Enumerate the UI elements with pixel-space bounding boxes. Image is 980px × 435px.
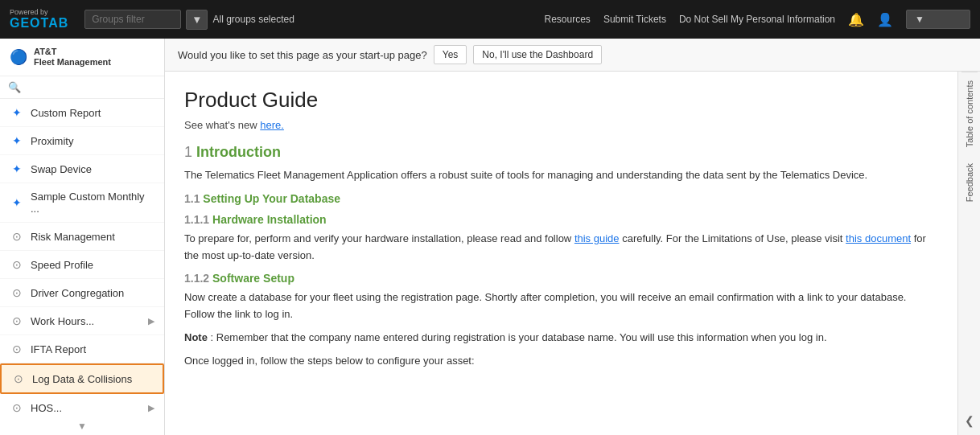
main-layout: 🔵 AT&T Fleet Management 🔍 ✦ Custom Repor… — [0, 39, 980, 435]
section1-heading: 1 Introduction — [184, 144, 938, 161]
groups-filter-input[interactable] — [84, 10, 181, 29]
sidebar-item-custom-report[interactable]: ✦ Custom Report — [0, 99, 164, 127]
startup-question: Would you like to set this page as your … — [178, 49, 427, 61]
geotab-logo: GEOTAB — [10, 16, 68, 31]
sidebar: 🔵 AT&T Fleet Management 🔍 ✦ Custom Repor… — [0, 39, 165, 435]
hos-arrow: ▶ — [148, 403, 154, 413]
top-bar: Powered by GEOTAB ▼ All groups selected … — [0, 0, 980, 39]
section112-num: 1.1.2 — [184, 272, 209, 285]
submit-tickets-link[interactable]: Submit Tickets — [603, 14, 666, 25]
section111-num: 1.1.1 — [184, 213, 209, 226]
search-icon[interactable]: 🔍 — [8, 81, 21, 93]
risk-management-icon: ⊙ — [10, 230, 24, 243]
section112-title: Software Setup — [212, 272, 294, 285]
sidebar-item-label: Risk Management — [31, 231, 154, 243]
user-dropdown-arrow: ▼ — [915, 14, 924, 25]
section112-heading: 1.1.2 Software Setup — [184, 272, 938, 285]
feedback-label[interactable]: Feedback — [961, 155, 978, 210]
section111-body2: carefully. For the Limitations of Use, p… — [622, 232, 846, 244]
section11-num: 1.1 — [184, 192, 200, 205]
section1-body: The Telematics Fleet Management Applicat… — [184, 167, 938, 184]
powered-by-label: Powered by — [10, 8, 48, 16]
proximity-icon: ✦ — [10, 134, 24, 147]
speed-profile-icon: ⊙ — [10, 258, 24, 271]
sample-custom-icon: ✦ — [10, 196, 24, 209]
section111-title: Hardware Installation — [212, 213, 327, 226]
sidebar-item-label: Work Hours... — [31, 315, 142, 327]
driver-congregation-icon: ⊙ — [10, 286, 24, 299]
article-title: Product Guide — [184, 88, 938, 113]
work-hours-icon: ⊙ — [10, 314, 24, 327]
sidebar-item-driver-congregation[interactable]: ⊙ Driver Congregation — [0, 279, 164, 307]
att-logo-icon: 🔵 — [10, 48, 27, 66]
article-subtitle: See what's new here. — [184, 119, 938, 131]
toc-label[interactable]: Table of contents — [961, 72, 978, 155]
sidebar-item-label: Swap Device — [31, 163, 154, 175]
att-sub: Fleet Management — [34, 57, 111, 68]
note-text: Note : Remember that the company name en… — [184, 330, 938, 347]
sidebar-item-swap-device[interactable]: ✦ Swap Device — [0, 155, 164, 183]
sidebar-item-label: Speed Profile — [31, 259, 154, 271]
this-guide-link[interactable]: this guide — [574, 232, 620, 244]
section112-body: Now create a database for your fleet usi… — [184, 289, 938, 323]
sidebar-item-proximity[interactable]: ✦ Proximity — [0, 127, 164, 155]
sidebar-item-label: Log Data & Collisions — [32, 373, 153, 385]
sidebar-item-label: Proximity — [31, 135, 154, 147]
content-area: Would you like to set this page as your … — [165, 39, 980, 435]
work-hours-arrow: ▶ — [148, 316, 154, 326]
sidebar-item-risk-management[interactable]: ⊙ Risk Management — [0, 223, 164, 251]
do-not-sell-link[interactable]: Do Not Sell My Personal Information — [679, 14, 835, 25]
section1-title-text: Introduction — [196, 144, 281, 160]
section111-body1: To prepare for, perform and verify your … — [184, 232, 574, 244]
log-data-icon: ⊙ — [11, 372, 26, 385]
collapse-right-sidebar-button[interactable]: ❮ — [965, 414, 974, 427]
ifta-report-icon: ⊙ — [10, 343, 24, 355]
note-label: Note — [184, 331, 208, 343]
article-content: Product Guide See what's new here. 1 Int… — [165, 72, 957, 435]
sidebar-item-label: Sample Custom Monthly ... — [31, 191, 154, 215]
resources-link[interactable]: Resources — [545, 14, 591, 25]
att-logo-text: AT&T Fleet Management — [34, 47, 111, 68]
final-body: Once logged in, follow the steps below t… — [184, 353, 938, 370]
top-bar-left: Powered by GEOTAB ▼ All groups selected — [10, 8, 294, 31]
user-dropdown[interactable]: ▼ — [906, 10, 970, 29]
sidebar-item-label: Custom Report — [31, 107, 154, 119]
sidebar-item-hos[interactable]: ⊙ HOS... ▶ — [0, 394, 164, 417]
section111-heading: 1.1.1 Hardware Installation — [184, 213, 938, 226]
section1-num: 1 — [184, 144, 192, 160]
logo-container: Powered by GEOTAB — [10, 8, 68, 31]
hos-icon: ⊙ — [10, 401, 24, 414]
swap-device-icon: ✦ — [10, 162, 24, 175]
right-sidebar: Table of contents Feedback ❮ — [957, 72, 980, 435]
sidebar-item-label: HOS... — [31, 402, 142, 414]
notification-icon[interactable]: 🔔 — [848, 12, 864, 27]
user-icon[interactable]: 👤 — [877, 12, 893, 27]
sidebar-item-speed-profile[interactable]: ⊙ Speed Profile — [0, 251, 164, 279]
sidebar-item-log-data-collisions[interactable]: ⊙ Log Data & Collisions — [0, 363, 164, 394]
sidebar-item-ifta-report[interactable]: ⊙ IFTA Report — [0, 335, 164, 363]
section111-body: To prepare for, perform and verify your … — [184, 231, 938, 265]
subtitle-link[interactable]: here. — [260, 119, 284, 131]
sidebar-item-work-hours[interactable]: ⊙ Work Hours... ▶ — [0, 307, 164, 335]
subtitle-text: See what's new — [184, 119, 260, 131]
sidebar-item-sample-custom[interactable]: ✦ Sample Custom Monthly ... — [0, 183, 164, 223]
sidebar-item-label: IFTA Report — [31, 343, 154, 355]
groups-filter-dropdown[interactable]: ▼ — [186, 10, 208, 30]
groups-selected-label: All groups selected — [212, 14, 294, 25]
section11-heading: 1.1 Setting Up Your Database — [184, 192, 938, 205]
sidebar-items: ✦ Custom Report ✦ Proximity ✦ Swap Devic… — [0, 99, 164, 417]
section11-title: Setting Up Your Database — [203, 192, 340, 205]
sidebar-header: 🔵 AT&T Fleet Management — [0, 39, 164, 76]
this-document-link[interactable]: this document — [846, 232, 911, 244]
startup-bar: Would you like to set this page as your … — [165, 39, 980, 72]
att-brand: AT&T — [34, 47, 111, 57]
no-dashboard-button[interactable]: No, I'll use the Dashboard — [473, 45, 602, 64]
sidebar-scroll-down[interactable]: ▼ — [0, 417, 164, 435]
note-body: : Remember that the company name entered… — [211, 331, 827, 343]
custom-report-icon: ✦ — [10, 106, 24, 119]
content-body: Product Guide See what's new here. 1 Int… — [165, 72, 980, 435]
sidebar-item-label: Driver Congregation — [31, 287, 154, 299]
top-bar-right: Resources Submit Tickets Do Not Sell My … — [545, 10, 970, 29]
groups-filter-container: ▼ All groups selected — [84, 10, 294, 30]
yes-button[interactable]: Yes — [434, 45, 467, 64]
